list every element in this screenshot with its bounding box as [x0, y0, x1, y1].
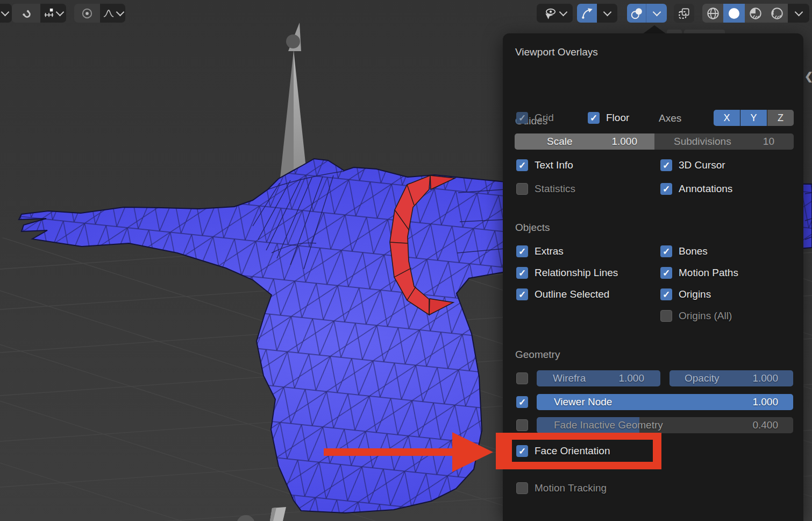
extras-row: Extras [516, 245, 564, 257]
visibility-dropdown-button[interactable] [537, 4, 573, 23]
extras-label: Extras [535, 245, 564, 257]
statistics-row: Statistics [516, 183, 575, 195]
subdivisions-slider[interactable]: Subdivisions 10 [654, 133, 794, 150]
text-info-checkbox[interactable] [516, 159, 528, 171]
motion-paths-label: Motion Paths [679, 267, 738, 279]
xray-group [674, 4, 694, 23]
motion-tracking-checkbox[interactable] [516, 482, 528, 494]
show-gizmo-eye-icon [543, 7, 557, 20]
floor-checkbox[interactable] [588, 112, 600, 124]
motion-paths-row: Motion Paths [660, 267, 738, 279]
annotations-checkbox[interactable] [660, 183, 672, 195]
viewer-node-checkbox[interactable] [516, 396, 528, 408]
grid-checkbox[interactable] [516, 112, 528, 124]
shading-dropdown[interactable] [788, 4, 809, 23]
subdivisions-value: 10 [763, 136, 774, 147]
wireframe-value: 1.000 [618, 372, 644, 384]
origins-checkbox[interactable] [660, 288, 672, 300]
floor-row: Floor [588, 112, 629, 124]
outline-selected-label: Outline Selected [535, 288, 609, 300]
shading-material-button[interactable] [745, 4, 766, 23]
shading-wireframe-button[interactable] [702, 4, 723, 23]
opacity-label: Opacity [685, 372, 719, 384]
xray-toggle-button[interactable] [674, 4, 694, 23]
snap-magnet-icon [20, 7, 33, 20]
gizmos-group [577, 4, 617, 23]
snap-toggle-button[interactable] [12, 4, 40, 23]
axes-label: Axes [659, 112, 681, 124]
shading-rendered-button[interactable] [766, 4, 788, 23]
statistics-label: Statistics [535, 183, 575, 195]
shading-solid-button[interactable] [723, 4, 745, 23]
proportional-editing-icon [81, 7, 94, 20]
axis-y-button[interactable]: Y [740, 110, 767, 126]
opacity-value: 1.000 [752, 372, 778, 384]
motion-paths-checkbox[interactable] [660, 267, 672, 279]
overlays-group [627, 4, 667, 23]
outline-selected-row: Outline Selected [516, 288, 609, 300]
axis-z-button[interactable]: Z [767, 110, 794, 126]
shading-rendered-icon [770, 6, 784, 20]
gizmos-toggle-button[interactable] [577, 4, 597, 23]
extras-checkbox[interactable] [516, 245, 528, 257]
snap-increment-icon [44, 8, 54, 19]
region-collapse-arrow[interactable]: ❮ [804, 71, 812, 82]
shading-wireframe-icon [706, 6, 720, 20]
popover-title: Viewport Overlays [515, 46, 598, 58]
opacity-slider[interactable]: Opacity 1.000 [669, 370, 793, 386]
axis-x-button[interactable]: X [714, 110, 740, 126]
subdivisions-label: Subdivisions [674, 136, 731, 147]
scale-slider[interactable]: Scale 1.000 [515, 133, 654, 150]
annotations-label: Annotations [679, 183, 732, 195]
fade-inactive-label: Fade Inactive Geometry [554, 419, 663, 431]
falloff-dropdown[interactable] [100, 4, 125, 23]
origins-all-label: Origins (All) [679, 310, 732, 322]
shading-solid-icon [727, 6, 741, 20]
text-info-row: Text Info [516, 159, 573, 171]
relationship-lines-row: Relationship Lines [516, 267, 618, 279]
bones-row: Bones [660, 245, 708, 257]
wireframe-slider[interactable]: Wirefra 1.000 [537, 370, 660, 386]
geometry-section-heading: Geometry [515, 349, 560, 361]
overlays-dropdown[interactable] [646, 4, 667, 23]
grid-scale-row: Scale 1.000 Subdivisions 10 [515, 133, 794, 150]
fade-inactive-slider[interactable]: Fade Inactive Geometry 0.400 [537, 417, 793, 433]
3d-cursor-row: 3D Cursor [660, 159, 725, 171]
bones-label: Bones [679, 245, 708, 257]
overlays-toggle-button[interactable] [627, 4, 646, 23]
viewer-node-slider[interactable]: Viewer Node 1.000 [537, 394, 793, 410]
popover-pointer [643, 25, 666, 34]
overlays-circles-icon [630, 7, 643, 20]
wireframe-checkbox[interactable] [516, 372, 528, 384]
gizmos-dropdown[interactable] [597, 4, 617, 23]
statistics-checkbox[interactable] [516, 183, 528, 195]
origins-all-checkbox[interactable] [660, 310, 672, 322]
outline-selected-checkbox[interactable] [516, 288, 528, 300]
snap-to-dropdown[interactable] [40, 4, 66, 23]
origins-label: Origins [679, 288, 711, 300]
gizmo-arc-arrow-icon [581, 7, 594, 20]
scale-label: Scale [547, 136, 573, 147]
fade-inactive-checkbox[interactable] [516, 419, 528, 431]
origins-all-row: Origins (All) [660, 310, 732, 322]
3d-cursor-checkbox[interactable] [660, 159, 672, 171]
shading-material-icon [749, 6, 763, 20]
shading-mode-group [702, 4, 809, 23]
bone-head-sphere [286, 34, 300, 48]
xray-squares-icon [678, 7, 690, 20]
annotation-highlight-box [496, 433, 661, 469]
partial-dropdown-button[interactable] [0, 4, 12, 23]
chevron-down-icon [794, 8, 803, 16]
show-gizmo-group [537, 4, 573, 23]
origins-row: Origins [660, 288, 711, 300]
proportional-editing-group [74, 4, 125, 23]
bones-checkbox[interactable] [660, 245, 672, 257]
grid-label: Grid [535, 112, 554, 124]
scale-value: 1.000 [611, 136, 637, 147]
smooth-falloff-curve-icon [103, 8, 115, 19]
chevron-down-icon [603, 8, 611, 16]
proportional-editing-button[interactable] [74, 4, 100, 23]
viewer-node-label: Viewer Node [554, 396, 612, 408]
blender-3d-viewport: ❮ Viewport Overlays Guides Grid Floor Ax… [0, 0, 812, 521]
relationship-lines-checkbox[interactable] [516, 267, 528, 279]
